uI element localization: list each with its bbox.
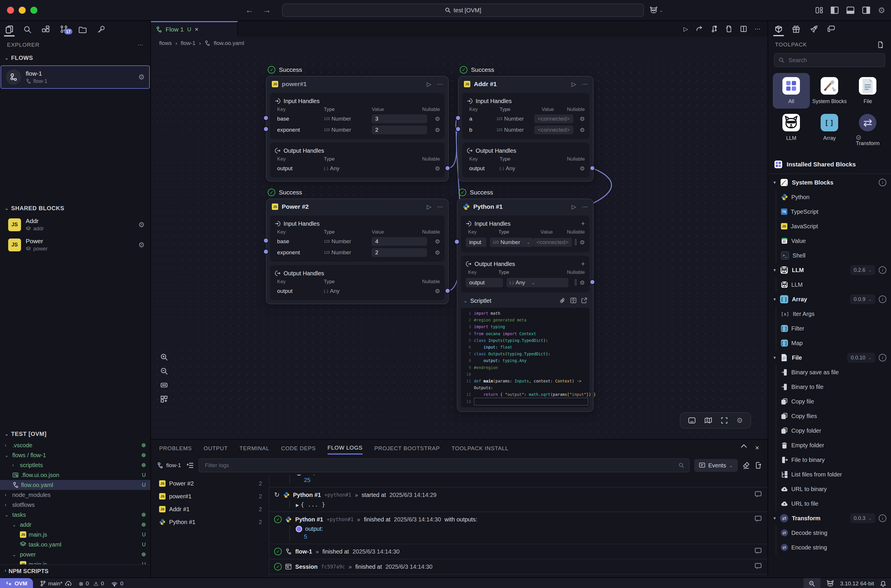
export-logs-icon[interactable] [754,462,762,469]
connection-handle-dot[interactable] [263,115,269,121]
block-item-value[interactable]: Value [768,234,891,248]
panel-tab-toolpack-install[interactable]: TOOLPACK INSTALL [452,442,508,454]
breadcrumb[interactable]: flows› flow-1› flow.oo.yaml [151,37,767,50]
handle-gear-icon[interactable]: ⚙ [579,239,585,246]
tree-row-flow.oo.yaml[interactable]: flow.oo.yamlU [0,480,150,490]
panel-close-icon[interactable]: × [755,444,759,452]
block-item-empty-folder[interactable]: Empty folder [768,438,891,453]
shared-block-gear-icon[interactable]: ⚙ [138,221,145,229]
flow-node-addr-1[interactable]: ✓SuccessJSAddr #1▷⋯Input HandlesKeyTypeV… [458,76,594,182]
handle-gear-icon[interactable]: ⚙ [435,249,440,256]
zoom-window-button[interactable] [30,7,38,14]
node-run-icon[interactable]: ▷ [427,81,431,88]
log-list-icon[interactable] [187,462,194,468]
block-item-iter-args[interactable]: [x]Iter Args [768,306,891,321]
tree-row-.vscode[interactable]: ›.vscode [0,440,150,450]
connection-handle-dot[interactable] [263,126,269,132]
node-more-icon[interactable]: ⋯ [582,203,588,210]
block-item-encode-string[interactable]: ⇄Encode string [768,540,891,555]
minimap-icon[interactable] [705,417,712,424]
category-tile-array[interactable]: [ ]Array [811,110,848,151]
handle-value[interactable]: <connected> [534,126,573,134]
block-item-binary-save-as-file[interactable]: Binary save as file [768,365,891,380]
panel-tab-code-deps[interactable]: CODE DEPS [281,442,316,454]
log-node-power-2[interactable]: JSPower #22 [151,477,269,490]
connection-handle-dot[interactable] [445,288,450,294]
version-dropdown[interactable]: 0.0.10⌄ [847,352,875,363]
block-item-copy-flies[interactable]: Copy flies [768,409,891,423]
block-group-system-blocks[interactable]: ▼System Blocksi [768,175,891,190]
connection-handle-dot[interactable] [263,238,269,243]
block-item-shell[interactable]: >_Shell [768,248,891,263]
output-row-output[interactable]: output{..}Any⚙ [467,163,585,174]
ports-indicator[interactable]: 0 [111,580,123,587]
clear-logs-icon[interactable] [742,462,750,469]
handle-value[interactable]: 3 [372,114,427,123]
canvas-settings-gear-icon[interactable]: ⚙ [736,416,743,424]
layout-grid-icon[interactable] [160,395,168,403]
node-run-icon[interactable]: ▷ [572,81,576,88]
comment-icon[interactable] [754,516,762,522]
notifications-bell-icon[interactable] [880,580,886,587]
output-row-output[interactable]: output{..}Any⌄⚙ [466,276,585,289]
filter-logs-field[interactable] [198,458,690,472]
log-entry[interactable]: ✓Sessionfc597a9c»finished at2025/6/3 14:… [270,560,767,574]
input-row-exponent[interactable]: exponent123Number2⚙ [275,247,440,258]
customize-layout-icon[interactable] [815,6,823,14]
node-run-icon[interactable]: ▷ [427,203,431,210]
handle-gear-icon[interactable]: ⚙ [579,126,585,134]
panel-tab-problems[interactable]: PROBLEMS [159,442,192,454]
command-center-search[interactable]: test [OVM] [282,3,644,17]
shared-block-power[interactable]: JS Power power ⚙ [0,235,150,255]
block-group-file[interactable]: ▼File0.0.10⌄i [768,350,891,365]
docs-icon[interactable] [570,297,577,304]
explorer-more-icon[interactable]: ⋯ [138,42,143,48]
breadcrumb-flows[interactable]: flows [159,40,172,46]
log-node-addr-1[interactable]: JSAddr #12 [151,503,269,516]
settings-gear-icon[interactable]: ⚙ [878,6,885,15]
category-tile-system-blocks[interactable]: System Blocks [811,73,848,109]
panel-tab-output[interactable]: OUTPUT [204,442,228,454]
collapsed-object[interactable]: { ... } [301,501,325,508]
back-icon[interactable]: ← [245,6,254,15]
version-dropdown[interactable]: 0.0.3⌄ [850,513,875,523]
input-row-base[interactable]: base123Number3⚙ [275,113,440,124]
feedback-activity-icon[interactable] [827,25,835,33]
info-icon[interactable]: i [879,266,886,274]
filter-logs-input[interactable] [204,462,678,469]
search-activity-icon[interactable] [23,26,32,34]
branch-indicator[interactable]: main* [40,580,72,587]
category-tile-llm[interactable]: LLM [773,110,810,151]
breadcrumb-file[interactable]: flow.oo.yaml [214,40,244,46]
zoom-out-icon[interactable] [160,367,168,375]
zoom-status-icon[interactable] [803,578,820,588]
toggle-panel-icon[interactable] [846,6,855,14]
shared-block-addr[interactable]: JS Addr addr ⚙ [0,214,150,235]
block-item-javascript[interactable]: JSJavaScript [768,219,891,234]
connection-handle-dot[interactable] [590,279,595,285]
split-editor-icon[interactable] [740,26,747,32]
fit-width-icon[interactable] [160,381,168,389]
panel-maximize-icon[interactable] [741,444,747,452]
info-icon[interactable]: i [879,178,886,186]
assistant-menu[interactable]: ⌄ [649,6,663,14]
handle-gear-icon[interactable]: ⚙ [435,116,440,122]
tab-flow-1[interactable]: Flow 1 U × [151,21,238,37]
log-entry[interactable]: ↻Python #1+python#1»started at2025/6/3 1… [270,488,767,512]
category-tile-transform[interactable]: ⇄ Transform [849,110,886,151]
version-dropdown[interactable]: 0.0.9⌄ [850,294,875,304]
export-icon[interactable] [726,25,732,33]
connection-handle-dot[interactable] [455,115,461,121]
tree-row-power[interactable]: ⌄power [0,549,150,560]
connection-handle-dot[interactable] [445,165,450,171]
comment-icon[interactable] [754,563,762,569]
panel-toggle-icon[interactable] [688,417,696,424]
zoom-in-icon[interactable] [160,353,168,361]
breadcrumb-flow-1[interactable]: flow-1 [181,40,196,46]
handle-gear-icon[interactable]: ⚙ [579,165,585,172]
log-entry[interactable]: ✓Python #1+python#1»finished at2025/6/3 … [270,512,767,544]
python-version-label[interactable]: 3.10.12 64-bit [840,580,874,587]
gift-activity-icon[interactable] [792,25,800,33]
log-node-python-1[interactable]: Python #12 [151,516,269,528]
block-item-llm[interactable]: LLM [768,278,891,292]
